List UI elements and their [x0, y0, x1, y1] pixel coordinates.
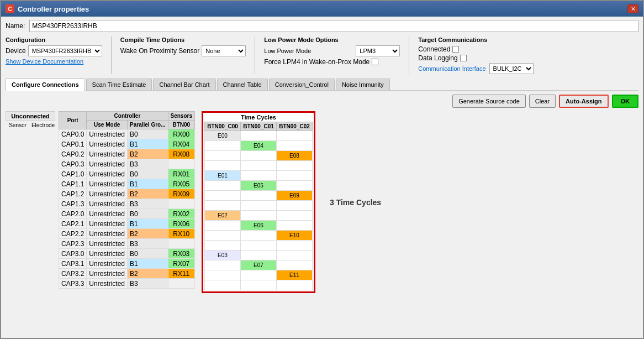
name-label: Name:: [6, 22, 25, 30]
clear-button[interactable]: Clear: [529, 95, 556, 108]
tc-cell: [241, 201, 277, 211]
target-comms-title: Target Communications: [418, 36, 533, 43]
data-logging-checkbox[interactable]: [460, 55, 467, 61]
cell-sensor: RX09: [168, 189, 194, 199]
wake-row: Wake On Proximity Sensor None: [120, 45, 246, 56]
cell-parallel: B0: [128, 249, 168, 259]
comm-interface-label[interactable]: Communication Interface: [418, 65, 485, 72]
cell-sensor: [168, 159, 194, 169]
tc-row: E02: [205, 211, 313, 221]
tc-row: [205, 161, 313, 171]
auto-assign-button[interactable]: Auto-Assign: [559, 95, 608, 108]
toolbar: Generate Source code Clear Auto-Assign O…: [6, 95, 638, 108]
tab-scan-time-estimate[interactable]: Scan Time Estimate: [86, 79, 152, 90]
cell-use-mode: Unrestricted: [87, 189, 128, 199]
cell-port: CAP2.2: [59, 229, 87, 239]
cell-sensor: [168, 239, 194, 249]
tc-cell: [241, 211, 277, 221]
tc-cell: [205, 270, 241, 280]
cell-sensor: RX05: [168, 179, 194, 189]
cell-parallel: B3: [128, 239, 168, 249]
tc-cell: [277, 211, 313, 221]
lpm-label: Low Power Mode: [264, 48, 352, 54]
tc-cell: [205, 141, 241, 151]
tc-cell: [277, 171, 313, 181]
tc-cell: [277, 241, 313, 251]
tc-cell: [277, 201, 313, 211]
wake-select[interactable]: None: [202, 45, 246, 56]
tab-channel-table[interactable]: Channel Table: [217, 79, 268, 90]
table-row: CAP3.3 Unrestricted B3: [59, 279, 195, 289]
table-row: CAP1.2 Unrestricted B2 RX09: [59, 189, 195, 199]
tc-cell: [241, 191, 277, 201]
tab-configure-connections[interactable]: Configure Connections: [6, 79, 85, 91]
unconnected-col-electrode: Electrode: [31, 122, 55, 128]
time-cycles-table: BTN00_C00 BTN00_C01 BTN00_C02 E00E04E08E…: [204, 122, 313, 290]
cell-parallel: B2: [128, 149, 168, 159]
cell-sensor: RX06: [168, 219, 194, 229]
low-power-title: Low Power Mode Options: [264, 36, 400, 43]
cell-port: CAP0.2: [59, 149, 87, 159]
tc-cell: [205, 201, 241, 211]
compile-time-title: Compile Time Options: [120, 36, 246, 43]
divider1: [111, 36, 112, 74]
tc-cell: [205, 280, 241, 290]
cell-port: CAP3.1: [59, 259, 87, 269]
force-lpm-checkbox[interactable]: [372, 59, 378, 65]
cell-parallel: B0: [128, 169, 168, 179]
device-select[interactable]: MSP430FR2633IRHB: [28, 45, 102, 56]
table-row: CAP0.2 Unrestricted B2 RX08: [59, 149, 195, 159]
lpm-select[interactable]: LPM3: [356, 45, 400, 56]
comm-interface-select[interactable]: BULK_I2C: [489, 63, 534, 74]
unconnected-headers: Sensor Electrode: [6, 122, 55, 128]
tc-cell: [241, 171, 277, 181]
connected-row: Connected: [418, 45, 533, 53]
lpm-content: Low Power Mode LPM3 Force LPM4 in Wake-o…: [264, 45, 400, 67]
tab-conversion-control[interactable]: Conversion_Control: [269, 79, 335, 90]
generate-source-button[interactable]: Generate Source code: [452, 95, 526, 108]
lpm-row: Low Power Mode LPM3: [264, 45, 400, 56]
controller-header: Controller: [87, 112, 168, 121]
tc-cell: E11: [277, 270, 313, 280]
table-row: CAP0.0 Unrestricted B0 RX00: [59, 129, 195, 139]
tab-noise-immunity[interactable]: Noise Immunity: [336, 79, 390, 90]
connected-checkbox[interactable]: [452, 46, 459, 53]
tc-row: [205, 280, 313, 290]
tc-cell: [277, 260, 313, 270]
compile-time-section: Compile Time Options Wake On Proximity S…: [120, 36, 246, 74]
unconnected-title: Unconnected: [6, 111, 55, 121]
table-row: CAP1.1 Unrestricted B1 RX05: [59, 179, 195, 189]
configuration-content: Device MSP430FR2633IRHB Show Device Docu…: [6, 45, 102, 65]
cell-port: CAP3.2: [59, 269, 87, 279]
data-logging-row: Data Logging: [418, 54, 533, 62]
table-row: CAP0.1 Unrestricted B1 RX04: [59, 139, 195, 149]
connected-label: Connected: [418, 45, 450, 53]
table-row: CAP3.2 Unrestricted B2 RX11: [59, 269, 195, 279]
tc-cell: E08: [277, 151, 313, 161]
table-row: CAP1.3 Unrestricted B3: [59, 199, 195, 209]
wake-label: Wake On Proximity Sensor: [120, 47, 200, 55]
table-row: CAP1.0 Unrestricted B0 RX01: [59, 169, 195, 179]
tc-cell: [277, 280, 313, 290]
cell-use-mode: Unrestricted: [87, 139, 128, 149]
tc-cell: E00: [205, 131, 241, 141]
tc-cell: [205, 231, 241, 241]
ok-button[interactable]: OK: [612, 95, 639, 108]
close-button[interactable]: ✕: [627, 4, 638, 13]
unconnected-col-sensor: Sensor: [6, 122, 30, 128]
cell-port: CAP1.1: [59, 179, 87, 189]
tc-cell: E07: [241, 260, 277, 270]
tc-cell: [241, 151, 277, 161]
name-input[interactable]: [29, 20, 638, 32]
show-doc-link[interactable]: Show Device Documentation: [6, 58, 102, 65]
main-table-area: Unconnected Sensor Electrode Port Contro…: [6, 111, 638, 293]
tc-cell: E01: [205, 171, 241, 181]
tab-channel-bar-chart[interactable]: Channel Bar Chart: [153, 79, 215, 90]
cell-sensor: RX10: [168, 229, 194, 239]
controller-table-section: Port Controller Sensors Use Mode Paralle…: [59, 111, 195, 293]
main-content: Name: Configuration Device MSP430FR2633I…: [1, 17, 643, 296]
name-row: Name:: [6, 20, 638, 32]
col-use-mode-header: Use Mode: [87, 121, 128, 129]
cell-parallel: B1: [128, 259, 168, 269]
tc-cell: E04: [241, 141, 277, 151]
